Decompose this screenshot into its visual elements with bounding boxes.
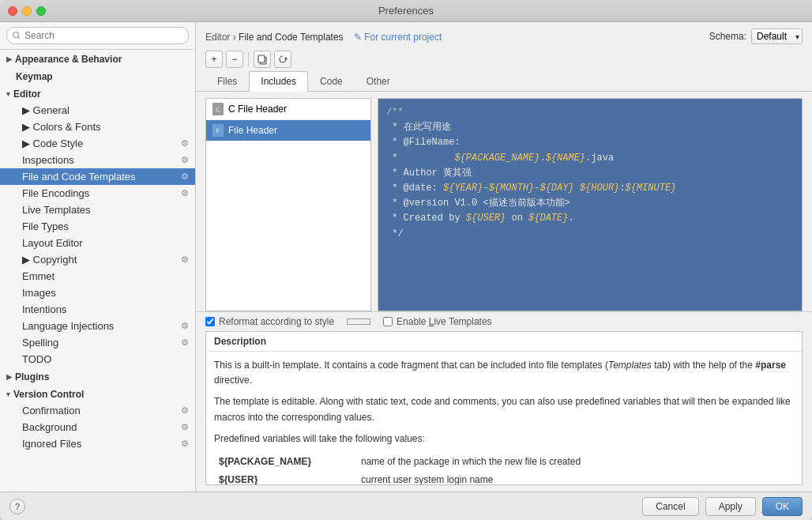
badge-icon: ⚙: [181, 171, 189, 182]
sidebar-item-todo[interactable]: TODO: [0, 351, 195, 367]
tab-files[interactable]: Files: [205, 71, 249, 91]
live-templates-label: Enable Live Templates: [397, 316, 492, 327]
sidebar-item-copyright[interactable]: ▶ Copyright ⚙: [0, 251, 195, 268]
badge-icon: ⚙: [181, 254, 189, 265]
var-desc-2: current user system login name: [356, 471, 794, 485]
sidebar-item-spelling[interactable]: Spelling ⚙: [0, 334, 195, 351]
code-line: * 在此写用途: [386, 120, 794, 135]
template-list: C C File Header F File Header: [205, 98, 371, 311]
sidebar-item-intentions[interactable]: Intentions: [0, 301, 195, 318]
svg-marker-2: [284, 57, 288, 59]
badge-icon: ⚙: [181, 138, 189, 149]
sidebar-item-background[interactable]: Background ⚙: [0, 419, 195, 435]
main-content: ▶ Appearance & Behavior Keymap ▾ Editor …: [0, 22, 812, 492]
var-desc-1: name of the package in which the new fil…: [356, 453, 794, 471]
close-button[interactable]: [8, 6, 17, 16]
sidebar-item-file-and-code-templates[interactable]: File and Code Templates ⚙: [0, 168, 195, 185]
code-area[interactable]: /** * 在此写用途 * @FileName: * ${PACKAGE_NAM…: [378, 99, 802, 311]
template-item-file-header[interactable]: F File Header: [206, 120, 370, 141]
code-editor: /** * 在此写用途 * @FileName: * ${PACKAGE_NAM…: [378, 98, 803, 311]
arrow-icon: ▶: [6, 55, 12, 63]
toolbar-separator: [248, 52, 249, 66]
badge-icon: ⚙: [181, 321, 189, 331]
sidebar-item-plugins[interactable]: ▶ Plugins: [0, 367, 195, 385]
description-variables-table: ${PACKAGE_NAME} name of the package in w…: [214, 453, 794, 485]
sidebar-item-file-encodings[interactable]: File Encodings ⚙: [0, 185, 195, 202]
file-icon: C: [212, 103, 224, 115]
sidebar: ▶ Appearance & Behavior Keymap ▾ Editor …: [0, 22, 196, 492]
template-item-c-file-header[interactable]: C C File Header: [206, 99, 370, 120]
reformat-checkbox[interactable]: [205, 317, 215, 326]
footer-left: ?: [9, 499, 25, 514]
sidebar-item-ignored-files[interactable]: Ignored Files ⚙: [0, 435, 195, 452]
badge-icon: ⚙: [181, 337, 189, 348]
sidebar-item-colors-fonts[interactable]: ▶ Colors & Fonts: [0, 119, 195, 135]
code-line: * @date: ${YEAR}-${MONTH}-${DAY} ${HOUR}…: [386, 181, 794, 196]
description-body: This is a built-in template. It contains…: [206, 352, 802, 485]
help-button[interactable]: ?: [9, 499, 25, 514]
search-input[interactable]: [6, 27, 189, 44]
schema-select[interactable]: Default: [751, 28, 803, 44]
sidebar-item-file-types[interactable]: File Types: [0, 218, 195, 235]
badge-icon: ⚙: [181, 155, 189, 165]
for-current-project-link[interactable]: ✎ For current project: [354, 32, 442, 43]
tab-code[interactable]: Code: [308, 71, 355, 91]
panel-header: Editor › File and Code Templates ✎ For c…: [196, 22, 812, 47]
remove-template-button[interactable]: −: [226, 51, 243, 68]
sidebar-item-images[interactable]: Images: [0, 284, 195, 301]
description-panel: Description This is a built-in template.…: [205, 331, 803, 485]
separator-visual: [347, 318, 370, 325]
table-row: ${USER} current user system login name: [214, 471, 794, 485]
sidebar-item-code-style[interactable]: ▶ Code Style ⚙: [0, 135, 195, 152]
tab-includes[interactable]: Includes: [249, 71, 308, 92]
copy-template-button[interactable]: [254, 51, 271, 68]
var-name-1: ${PACKAGE_NAME}: [214, 453, 356, 471]
search-box: [0, 22, 195, 50]
live-templates-checkbox-label[interactable]: Enable Live Templates: [383, 316, 492, 327]
schema-row: Schema: Default: [709, 28, 803, 44]
ok-button[interactable]: OK: [762, 497, 803, 516]
sidebar-item-keymap[interactable]: Keymap: [0, 67, 195, 85]
arrow-icon: ▾: [6, 90, 10, 98]
file-icon: F: [212, 124, 224, 137]
arrow-icon: ▾: [6, 390, 10, 398]
maximize-button[interactable]: [36, 6, 46, 16]
tab-other[interactable]: Other: [355, 71, 402, 91]
description-para-1: This is a built-in template. It contains…: [214, 358, 794, 388]
badge-icon: ⚙: [181, 439, 189, 449]
footer: ? Cancel Apply OK: [0, 492, 812, 520]
sidebar-item-editor[interactable]: ▾ Editor: [0, 85, 195, 102]
code-line: * Created by ${USER} on ${DATE}.: [386, 211, 794, 226]
live-templates-checkbox[interactable]: [383, 317, 393, 326]
apply-button[interactable]: Apply: [705, 497, 756, 516]
description-para-2: The template is editable. Along with sta…: [214, 394, 794, 424]
minimize-button[interactable]: [22, 6, 32, 16]
traffic-lights: [8, 6, 46, 16]
window-title: Preferences: [378, 5, 434, 17]
sidebar-item-confirmation[interactable]: Confirmation ⚙: [0, 402, 195, 419]
sidebar-item-inspections[interactable]: Inspections ⚙: [0, 152, 195, 168]
code-line: * Author 黄其强: [386, 166, 794, 181]
svg-rect-1: [258, 55, 265, 62]
sidebar-item-live-templates[interactable]: Live Templates: [0, 202, 195, 218]
add-template-button[interactable]: +: [205, 51, 223, 68]
sidebar-item-version-control[interactable]: ▾ Version Control: [0, 385, 195, 402]
tabs-row: Files Includes Code Other: [196, 71, 812, 92]
badge-icon: ⚙: [181, 188, 189, 198]
sidebar-item-emmet[interactable]: Emmet: [0, 268, 195, 284]
sidebar-item-appearance-behavior[interactable]: ▶ Appearance & Behavior: [0, 50, 195, 67]
sidebar-item-general[interactable]: ▶ General: [0, 102, 195, 119]
table-row: ${PACKAGE_NAME} name of the package in w…: [214, 453, 794, 471]
cancel-button[interactable]: Cancel: [642, 497, 698, 516]
code-line: * ${PACKAGE_NAME}.${NAME}.java: [386, 151, 794, 166]
arrow-icon: ▶: [6, 373, 12, 381]
right-panel: Editor › File and Code Templates ✎ For c…: [196, 22, 812, 492]
sidebar-item-layout-editor[interactable]: Layout Editor: [0, 235, 195, 251]
description-title: Description: [206, 332, 802, 352]
sidebar-item-language-injections[interactable]: Language Injections ⚙: [0, 318, 195, 334]
code-line: */: [386, 227, 794, 242]
options-row: Reformat according to style Enable Live …: [196, 311, 812, 331]
reset-template-button[interactable]: [274, 51, 291, 68]
reformat-checkbox-label[interactable]: Reformat according to style: [205, 316, 334, 327]
schema-dropdown[interactable]: Default: [751, 28, 803, 44]
